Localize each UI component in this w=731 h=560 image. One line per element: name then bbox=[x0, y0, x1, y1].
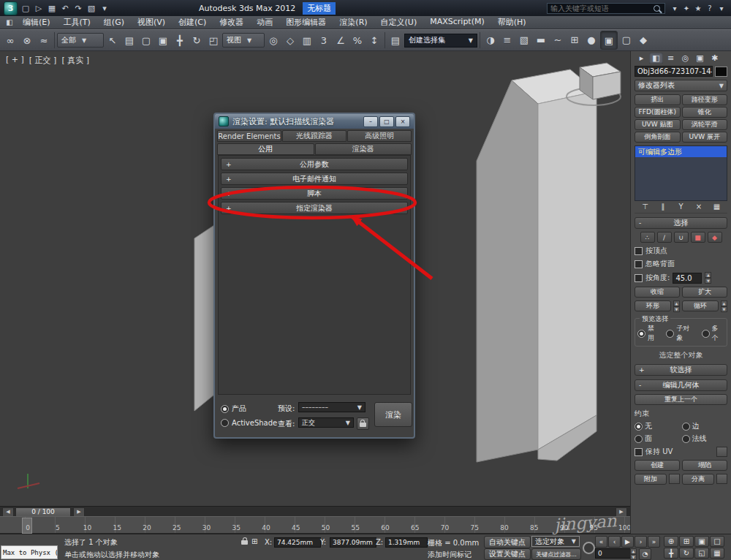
workspace-menu-icon[interactable]: ▾ bbox=[98, 2, 111, 14]
close-button-icon[interactable]: × bbox=[395, 116, 410, 127]
dialog-tab[interactable]: Render Elements bbox=[217, 130, 281, 142]
rollout-assign-renderer[interactable]: + 指定渲染器 bbox=[221, 202, 408, 214]
graphite-ribbon-icon[interactable]: ▬ bbox=[533, 31, 549, 48]
render-button[interactable]: 渲染 bbox=[374, 402, 412, 427]
viewport-select-dropdown[interactable]: 正交 ▼ bbox=[298, 417, 354, 428]
curve-editor-icon[interactable]: ~ bbox=[550, 31, 566, 48]
x-coordinate-field[interactable]: 74.425mm bbox=[274, 537, 321, 548]
add-time-tag[interactable]: 添加时间标记 bbox=[428, 550, 471, 560]
time-slider-handle[interactable]: 0 / 100 bbox=[15, 507, 71, 517]
menu-item[interactable]: 创建(C) bbox=[172, 16, 213, 29]
angle-spinner[interactable]: ▲▼ bbox=[705, 272, 711, 284]
maximize-viewport-icon[interactable]: ◱ bbox=[694, 548, 709, 559]
window-crossing-icon[interactable]: ▣ bbox=[155, 31, 171, 49]
configure-modifier-sets-icon[interactable]: ▦ bbox=[712, 203, 721, 211]
remove-modifier-icon[interactable]: × bbox=[694, 203, 704, 211]
utilities-tab-icon[interactable]: ✱ bbox=[708, 53, 721, 64]
modify-tab-icon[interactable]: ◧ bbox=[649, 53, 663, 64]
select-and-manipulate-icon[interactable]: ◇ bbox=[282, 31, 298, 49]
spinner-snap-icon[interactable]: ↕ bbox=[366, 31, 382, 49]
modifier-list-dropdown[interactable]: 修改器列表 ▼ bbox=[635, 80, 727, 91]
ring-button[interactable]: 环形 bbox=[635, 300, 671, 311]
zoom-region-icon[interactable]: □ bbox=[710, 536, 724, 547]
modifier-shortcut-button[interactable]: UVW 展开 bbox=[682, 132, 728, 143]
loop-button[interactable]: 循环 bbox=[682, 300, 719, 311]
zoom-icon[interactable]: ⊕ bbox=[664, 536, 678, 547]
by-angle-row[interactable]: 按角度: 45.0 ▲▼ bbox=[635, 272, 727, 284]
scene-object-front-face[interactable] bbox=[538, 91, 596, 450]
detach-settings-button[interactable] bbox=[716, 474, 727, 484]
percent-snap-icon[interactable]: % bbox=[349, 31, 366, 49]
select-by-name-icon[interactable]: ▤ bbox=[121, 31, 137, 49]
search-dropdown-icon[interactable]: ▾ bbox=[669, 2, 681, 14]
detach-button[interactable]: 分离 bbox=[682, 474, 714, 485]
target-activeshade-option[interactable]: ActiveShade bbox=[221, 419, 277, 427]
absolute-mode-toggle-icon[interactable]: ⊞ bbox=[251, 537, 257, 545]
save-file-icon[interactable]: ▦ bbox=[45, 2, 58, 14]
pan-view-icon[interactable]: ╋ bbox=[664, 548, 678, 559]
zoom-extents-icon[interactable]: ▣ bbox=[694, 536, 709, 547]
select-and-rotate-icon[interactable]: ↻ bbox=[189, 31, 205, 49]
rollout-edit-geometry[interactable]: - 编辑几何体 bbox=[635, 379, 727, 391]
new-file-icon[interactable]: ▢ bbox=[19, 2, 32, 14]
current-frame-field[interactable]: 0 bbox=[595, 548, 635, 559]
preserve-uv-row[interactable]: 保持 UV bbox=[635, 447, 727, 457]
reference-coordinate-dropdown[interactable]: 视图 ▼ bbox=[222, 33, 265, 48]
menu-item[interactable]: MAXScript(M) bbox=[423, 16, 491, 29]
modifier-shortcut-button[interactable]: 倒角剖面 bbox=[635, 132, 681, 143]
rendered-frame-icon[interactable]: ▢ bbox=[618, 31, 635, 48]
dialog-rollout-header[interactable]: + 公用参数 bbox=[221, 158, 408, 170]
menu-item[interactable]: 组(G) bbox=[97, 16, 131, 29]
layer-manager-icon[interactable]: ▧ bbox=[516, 31, 532, 48]
menu-item[interactable]: 自定义(U) bbox=[374, 16, 424, 29]
radio-icon[interactable] bbox=[682, 423, 690, 431]
make-unique-icon[interactable]: Y bbox=[676, 203, 686, 211]
radio-icon[interactable] bbox=[666, 330, 674, 338]
by-vertex-row[interactable]: 按顶点 bbox=[635, 246, 727, 256]
select-and-scale-icon[interactable]: ◰ bbox=[205, 31, 221, 49]
infocenter-menu-icon[interactable]: ▾ bbox=[716, 2, 727, 14]
edge-subobject-icon[interactable]: ∕ bbox=[657, 232, 672, 243]
polygon-subobject-icon[interactable]: ■ bbox=[691, 232, 705, 243]
preserve-uv-settings-button[interactable] bbox=[716, 447, 727, 457]
modifier-stack[interactable]: 可编辑多边形 bbox=[635, 145, 727, 201]
render-setup-icon[interactable]: ▣ bbox=[600, 31, 618, 50]
undo-icon[interactable]: ↶ bbox=[58, 2, 72, 14]
ignore-backfacing-row[interactable]: 忽略背面 bbox=[635, 259, 727, 269]
menu-item[interactable]: 修改器 bbox=[213, 16, 250, 29]
constraint-normal-option[interactable]: 法线 bbox=[682, 434, 728, 444]
preview-multiple-option[interactable]: 多个 bbox=[702, 324, 724, 343]
by-angle-checkbox[interactable] bbox=[635, 274, 643, 282]
tab-common[interactable]: 公用 bbox=[217, 143, 314, 155]
viewport-layout-icon[interactable]: ▦ bbox=[710, 548, 724, 559]
attach-button[interactable]: 附加 bbox=[635, 474, 667, 485]
mirror-icon[interactable]: ◑ bbox=[482, 31, 499, 48]
render-production-icon[interactable]: ◆ bbox=[635, 31, 651, 48]
dialog-rollout-header[interactable]: + 电子邮件通知 bbox=[221, 173, 408, 185]
previous-frame-arrow-icon[interactable]: ◀ bbox=[2, 507, 14, 517]
preserve-uv-checkbox[interactable] bbox=[635, 448, 643, 456]
radio-icon[interactable] bbox=[221, 405, 229, 413]
key-mode-toggle-icon[interactable] bbox=[583, 542, 595, 554]
selection-lock-icon[interactable] bbox=[241, 540, 248, 545]
menu-item[interactable]: 编辑(E) bbox=[16, 16, 57, 29]
vertex-subobject-icon[interactable]: ∴ bbox=[640, 232, 655, 243]
selection-filter-dropdown[interactable]: 全部 ▼ bbox=[57, 33, 104, 48]
auto-key-button[interactable]: 自动关键点 bbox=[484, 536, 531, 548]
favorites-star-icon[interactable]: ★ bbox=[692, 2, 704, 14]
stack-item-editable-poly[interactable]: 可编辑多边形 bbox=[635, 146, 727, 157]
go-to-start-icon[interactable]: « bbox=[595, 536, 607, 548]
orbit-view-icon[interactable]: ↻ bbox=[679, 548, 694, 559]
rollout-selection[interactable]: - 选择 bbox=[635, 217, 727, 229]
viewport-general-menu[interactable]: [ + ] bbox=[6, 55, 24, 66]
modifier-shortcut-button[interactable]: UVW 贴图 bbox=[635, 119, 681, 130]
redo-icon[interactable]: ↷ bbox=[72, 2, 85, 14]
search-icon[interactable] bbox=[654, 5, 660, 12]
radio-icon[interactable] bbox=[702, 330, 710, 338]
object-color-swatch[interactable] bbox=[715, 67, 727, 77]
bind-to-spacewarp-icon[interactable]: ≈ bbox=[36, 31, 52, 49]
select-object-icon[interactable]: ↖ bbox=[105, 31, 121, 49]
constraint-none-option[interactable]: 无 bbox=[635, 421, 681, 431]
ring-spinner[interactable]: ▲▼ bbox=[673, 300, 680, 312]
maximize-button-icon[interactable]: □ bbox=[379, 116, 394, 127]
